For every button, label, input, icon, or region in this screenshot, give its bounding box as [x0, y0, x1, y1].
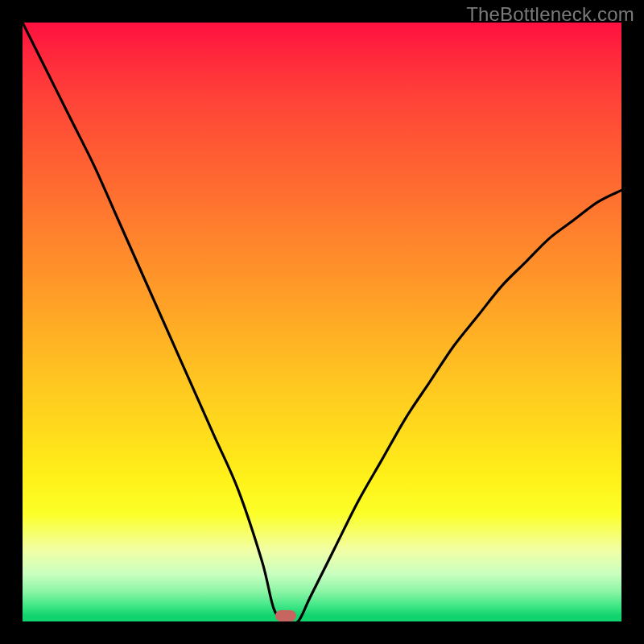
plot-area	[23, 23, 621, 621]
watermark-text: TheBottleneck.com	[466, 3, 634, 26]
optimal-point-marker	[275, 610, 296, 621]
chart-frame: TheBottleneck.com	[0, 0, 644, 644]
bottleneck-curve	[23, 23, 621, 621]
